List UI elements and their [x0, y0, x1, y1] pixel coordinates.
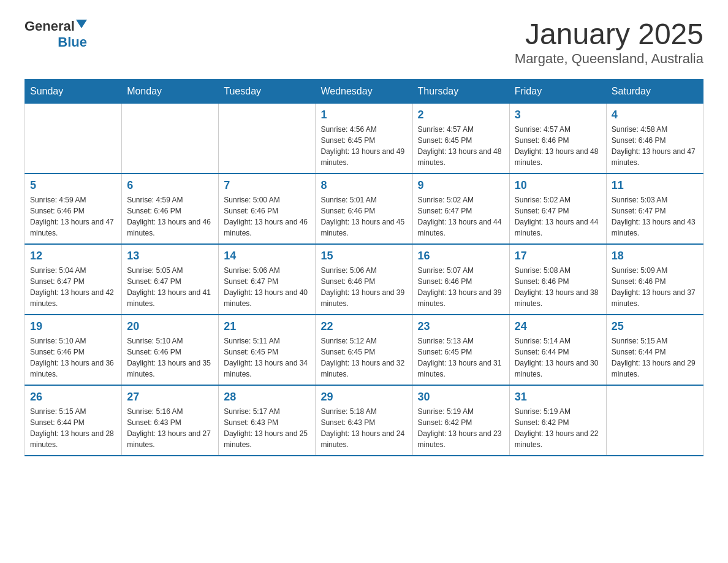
- day-info: Sunrise: 5:18 AM Sunset: 6:43 PM Dayligh…: [320, 406, 407, 450]
- header-cell-friday: Friday: [509, 79, 606, 103]
- header-row: SundayMondayTuesdayWednesdayThursdayFrid…: [25, 79, 703, 103]
- day-number: 2: [418, 109, 504, 121]
- day-cell: 22Sunrise: 5:12 AM Sunset: 6:45 PM Dayli…: [316, 315, 412, 385]
- day-info: Sunrise: 4:57 AM Sunset: 6:45 PM Dayligh…: [418, 124, 504, 168]
- day-number: 6: [127, 179, 213, 192]
- day-info: Sunrise: 4:56 AM Sunset: 6:45 PM Dayligh…: [320, 124, 407, 168]
- day-number: 24: [515, 320, 601, 333]
- header-cell-monday: Monday: [122, 79, 219, 103]
- day-cell: 4Sunrise: 4:58 AM Sunset: 6:46 PM Daylig…: [606, 103, 703, 174]
- day-info: Sunrise: 5:02 AM Sunset: 6:47 PM Dayligh…: [418, 194, 504, 239]
- day-info: Sunrise: 5:15 AM Sunset: 6:44 PM Dayligh…: [612, 335, 698, 380]
- day-number: 25: [612, 320, 698, 333]
- calendar-table: SundayMondayTuesdayWednesdayThursdayFrid…: [25, 79, 703, 456]
- day-info: Sunrise: 5:06 AM Sunset: 6:46 PM Dayligh…: [320, 265, 407, 309]
- day-cell: 11Sunrise: 5:03 AM Sunset: 6:47 PM Dayli…: [606, 174, 703, 244]
- day-info: Sunrise: 5:07 AM Sunset: 6:46 PM Dayligh…: [418, 265, 504, 309]
- day-info: Sunrise: 5:01 AM Sunset: 6:46 PM Dayligh…: [320, 194, 407, 239]
- day-cell: [25, 103, 122, 174]
- day-number: 17: [515, 250, 601, 262]
- day-info: Sunrise: 5:04 AM Sunset: 6:47 PM Dayligh…: [30, 265, 116, 309]
- day-number: 12: [30, 250, 116, 262]
- day-number: 29: [320, 391, 407, 404]
- day-info: Sunrise: 5:08 AM Sunset: 6:46 PM Dayligh…: [515, 265, 601, 309]
- week-row-3: 12Sunrise: 5:04 AM Sunset: 6:47 PM Dayli…: [25, 244, 703, 315]
- day-number: 21: [224, 320, 310, 333]
- header-cell-saturday: Saturday: [606, 79, 703, 103]
- day-number: 11: [612, 179, 698, 192]
- header-cell-tuesday: Tuesday: [219, 79, 316, 103]
- day-number: 22: [320, 320, 407, 333]
- day-number: 16: [418, 250, 504, 262]
- header-cell-wednesday: Wednesday: [316, 79, 412, 103]
- page-title: January 2025: [515, 18, 703, 51]
- day-info: Sunrise: 4:59 AM Sunset: 6:46 PM Dayligh…: [30, 194, 116, 239]
- day-number: 5: [30, 179, 116, 192]
- day-info: Sunrise: 4:57 AM Sunset: 6:46 PM Dayligh…: [515, 124, 601, 168]
- day-cell: 15Sunrise: 5:06 AM Sunset: 6:46 PM Dayli…: [316, 244, 412, 315]
- day-cell: 13Sunrise: 5:05 AM Sunset: 6:47 PM Dayli…: [122, 244, 219, 315]
- day-cell: 27Sunrise: 5:16 AM Sunset: 6:43 PM Dayli…: [122, 385, 219, 456]
- calendar-body: 1Sunrise: 4:56 AM Sunset: 6:45 PM Daylig…: [25, 103, 703, 456]
- day-cell: [122, 103, 219, 174]
- day-info: Sunrise: 5:10 AM Sunset: 6:46 PM Dayligh…: [30, 335, 116, 380]
- day-cell: 17Sunrise: 5:08 AM Sunset: 6:46 PM Dayli…: [509, 244, 606, 315]
- week-row-1: 1Sunrise: 4:56 AM Sunset: 6:45 PM Daylig…: [25, 103, 703, 174]
- day-cell: 18Sunrise: 5:09 AM Sunset: 6:46 PM Dayli…: [606, 244, 703, 315]
- day-cell: 24Sunrise: 5:14 AM Sunset: 6:44 PM Dayli…: [509, 315, 606, 385]
- day-info: Sunrise: 5:09 AM Sunset: 6:46 PM Dayligh…: [612, 265, 698, 309]
- day-cell: 16Sunrise: 5:07 AM Sunset: 6:46 PM Dayli…: [412, 244, 509, 315]
- day-info: Sunrise: 4:58 AM Sunset: 6:46 PM Dayligh…: [612, 124, 698, 168]
- day-cell: 21Sunrise: 5:11 AM Sunset: 6:45 PM Dayli…: [219, 315, 316, 385]
- day-info: Sunrise: 5:05 AM Sunset: 6:47 PM Dayligh…: [127, 265, 213, 309]
- day-number: 9: [418, 179, 504, 192]
- day-cell: [219, 103, 316, 174]
- day-number: 30: [418, 391, 504, 404]
- day-cell: 28Sunrise: 5:17 AM Sunset: 6:43 PM Dayli…: [219, 385, 316, 456]
- day-number: 13: [127, 250, 213, 262]
- header-cell-thursday: Thursday: [412, 79, 509, 103]
- day-info: Sunrise: 5:19 AM Sunset: 6:42 PM Dayligh…: [515, 406, 601, 450]
- day-cell: 31Sunrise: 5:19 AM Sunset: 6:42 PM Dayli…: [509, 385, 606, 456]
- day-number: 14: [224, 250, 310, 262]
- day-cell: 2Sunrise: 4:57 AM Sunset: 6:45 PM Daylig…: [412, 103, 509, 174]
- day-info: Sunrise: 5:11 AM Sunset: 6:45 PM Dayligh…: [224, 335, 310, 380]
- day-info: Sunrise: 5:15 AM Sunset: 6:44 PM Dayligh…: [30, 406, 116, 450]
- day-cell: 19Sunrise: 5:10 AM Sunset: 6:46 PM Dayli…: [25, 315, 122, 385]
- day-number: 27: [127, 391, 213, 404]
- day-cell: 5Sunrise: 4:59 AM Sunset: 6:46 PM Daylig…: [25, 174, 122, 244]
- day-cell: 3Sunrise: 4:57 AM Sunset: 6:46 PM Daylig…: [509, 103, 606, 174]
- day-number: 1: [320, 109, 407, 121]
- day-cell: 8Sunrise: 5:01 AM Sunset: 6:46 PM Daylig…: [316, 174, 412, 244]
- day-number: 4: [612, 109, 698, 121]
- logo: General Blue: [25, 18, 87, 50]
- day-info: Sunrise: 5:03 AM Sunset: 6:47 PM Dayligh…: [612, 194, 698, 239]
- week-row-5: 26Sunrise: 5:15 AM Sunset: 6:44 PM Dayli…: [25, 385, 703, 456]
- page-header: General Blue January 2025 Margate, Queen…: [25, 18, 703, 67]
- logo-icon: General Blue: [25, 18, 87, 50]
- day-number: 8: [320, 179, 407, 192]
- day-number: 15: [320, 250, 407, 262]
- day-number: 10: [515, 179, 601, 192]
- header-cell-sunday: Sunday: [25, 79, 122, 103]
- day-number: 7: [224, 179, 310, 192]
- calendar-header: SundayMondayTuesdayWednesdayThursdayFrid…: [25, 79, 703, 103]
- day-number: 3: [515, 109, 601, 121]
- day-info: Sunrise: 5:12 AM Sunset: 6:45 PM Dayligh…: [320, 335, 407, 380]
- day-info: Sunrise: 5:02 AM Sunset: 6:47 PM Dayligh…: [515, 194, 601, 239]
- week-row-4: 19Sunrise: 5:10 AM Sunset: 6:46 PM Dayli…: [25, 315, 703, 385]
- day-cell: 23Sunrise: 5:13 AM Sunset: 6:45 PM Dayli…: [412, 315, 509, 385]
- day-cell: [606, 385, 703, 456]
- day-number: 31: [515, 391, 601, 404]
- day-cell: 25Sunrise: 5:15 AM Sunset: 6:44 PM Dayli…: [606, 315, 703, 385]
- day-info: Sunrise: 5:16 AM Sunset: 6:43 PM Dayligh…: [127, 406, 213, 450]
- day-info: Sunrise: 5:00 AM Sunset: 6:46 PM Dayligh…: [224, 194, 310, 239]
- day-cell: 26Sunrise: 5:15 AM Sunset: 6:44 PM Dayli…: [25, 385, 122, 456]
- day-cell: 10Sunrise: 5:02 AM Sunset: 6:47 PM Dayli…: [509, 174, 606, 244]
- day-cell: 30Sunrise: 5:19 AM Sunset: 6:42 PM Dayli…: [412, 385, 509, 456]
- day-info: Sunrise: 5:10 AM Sunset: 6:46 PM Dayligh…: [127, 335, 213, 380]
- svg-marker-0: [76, 20, 87, 28]
- day-info: Sunrise: 5:13 AM Sunset: 6:45 PM Dayligh…: [418, 335, 504, 380]
- day-info: Sunrise: 5:17 AM Sunset: 6:43 PM Dayligh…: [224, 406, 310, 450]
- page-subtitle: Margate, Queensland, Australia: [515, 51, 703, 67]
